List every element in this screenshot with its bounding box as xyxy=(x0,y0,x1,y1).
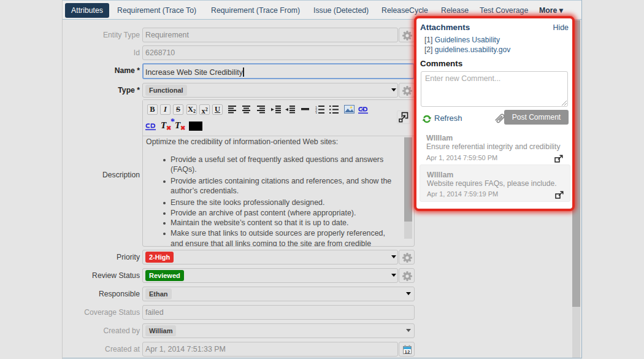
svg-text:12: 12 xyxy=(405,349,410,355)
svg-text:3: 3 xyxy=(315,112,317,114)
